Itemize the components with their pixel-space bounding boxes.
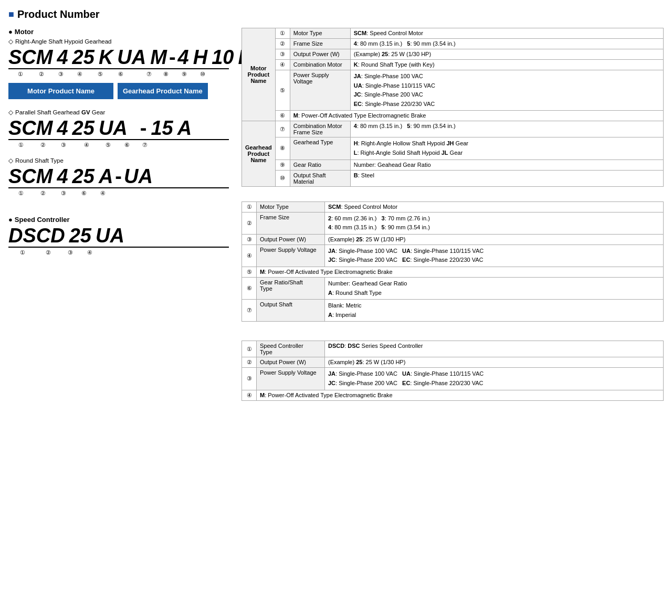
table-row: ② Frame Size 2: 60 mm (2.36 in.) 3: 70 m… (242, 212, 664, 234)
idx2-2: ② (34, 142, 52, 148)
diamond-header-3: ◇ Round Shaft Type (8, 157, 229, 164)
idx-s-2: ② (37, 249, 60, 256)
idx3-1: ① (8, 190, 34, 197)
table-row: ④ Combination Motor K: Round Shaft Type … (242, 60, 664, 70)
idx-1-4: ④ (71, 71, 88, 78)
table-row: MotorProductName ① Motor Type SCM: Speed… (242, 28, 664, 39)
val-gearhead-type: H: Right-Angle Hollow Shaft Hypoid JH Ge… (350, 137, 663, 160)
idx-t1-3: ③ (275, 49, 290, 60)
subsection-parallel: ◇ Parallel Shaft Gearhead GV Gear SCM 4 … (8, 109, 229, 148)
label-t2-frame-size: Frame Size (257, 212, 325, 234)
pn-char-h: H (193, 47, 207, 67)
table-2: ① Motor Type SCM: Speed Control Motor ② … (242, 201, 664, 322)
idx-t1-9: ⑨ (275, 160, 290, 170)
val-t3-power-supply: JA: Single-Phase 100 VAC UA: Single-Phas… (325, 368, 664, 390)
val-t2-power-supply: JA: Single-Phase 100 VAC UA: Single-Phas… (325, 245, 664, 267)
table-1: MotorProductName ① Motor Type SCM: Speed… (242, 28, 664, 187)
gearhead-product-name-label: Gearhead Product Name (118, 83, 208, 99)
speed-controller-section: ● Speed Controller DSCD 25 UA ① ② ③ ④ (8, 216, 229, 256)
title-square-icon: ■ (8, 9, 14, 20)
pn-speed-25: 25 (69, 226, 91, 246)
table-row: ⑥ M: Power-Off Activated Type Electromag… (242, 111, 664, 121)
idx-t2-5: ⑤ (242, 267, 257, 277)
pn3-a: A (99, 166, 113, 186)
val-t2-gear-ratio: Number: Gearhead Gear Ratio A: Round Sha… (325, 277, 664, 299)
pn-speed-ua: UA (96, 226, 124, 246)
val-t2-output-shaft: Blank: Metric A: Imperial (325, 300, 664, 322)
pn-char-k: K (99, 47, 113, 67)
pn-char-dash1: - (169, 47, 176, 67)
idx-s-1: ① (8, 249, 37, 256)
pn-char-scm: SCM (8, 47, 52, 67)
motor-bullet-label: Motor (15, 28, 34, 36)
idx-1-7: ⑦ (141, 71, 158, 78)
pn-char-m: M (150, 47, 167, 67)
table-row: ④ Power Supply Voltage JA: Single-Phase … (242, 245, 664, 267)
label-t2-motor-type: Motor Type (257, 201, 325, 212)
val-combo-motor: K: Round Shaft Type (with Key) (350, 60, 663, 70)
pn2-25: 25 (72, 118, 94, 138)
pn2-dash: - (140, 118, 147, 138)
val-motor-type: SCM: Speed Control Motor (350, 28, 663, 39)
idx-1-9: ⑨ (174, 71, 194, 78)
val-t2-brake: M: Power-Off Activated Type Electromagne… (257, 267, 664, 277)
idx-1-3: ③ (50, 71, 71, 78)
val-t2-motor-type: SCM: Speed Control Motor (325, 201, 664, 212)
idx-t1-1: ① (275, 28, 290, 39)
label-gearhead-type: Gearhead Type (290, 137, 350, 160)
val-t3-sc-type: DSCD: DSC Series Speed Controller (325, 341, 664, 357)
pn-char-4b: 4 (178, 47, 189, 67)
label-output-power-1: Output Power (W) (290, 49, 350, 60)
val-t2-output-power: (Example) 25: 25 W (1/30 HP) (325, 234, 664, 245)
bullet-icon: ● (8, 28, 13, 36)
label-motor-type: Motor Type (290, 28, 350, 39)
idx2-6: ⑥ (118, 142, 136, 148)
motor-bullet-header: ● Motor (8, 28, 229, 36)
label-output-shaft-mat: Output Shaft Material (290, 170, 350, 186)
idx-row-speed: ① ② ③ ④ (8, 249, 229, 256)
diamond-icon-3: ◇ (8, 157, 13, 164)
table-row: ① Motor Type SCM: Speed Control Motor (242, 201, 664, 212)
pn3-4: 4 (57, 166, 68, 186)
idx-row-1: ① ② ③ ④ ⑤ ⑥ ⑦ ⑧ ⑨ ⑩ (8, 71, 229, 78)
label-combo-frame: Combination MotorFrame Size (290, 121, 350, 137)
table-row: ① Speed ControllerType DSCD: DSC Series … (242, 341, 664, 357)
idx-t1-8: ⑧ (275, 137, 290, 160)
val-power-supply-1: JA: Single-Phase 100 VAC UA: Single-Phas… (350, 70, 663, 111)
val-t2-frame-size: 2: 60 mm (2.36 in.) 3: 70 mm (2.76 in.) … (325, 212, 664, 234)
idx-1-1: ① (8, 71, 33, 78)
left-panel: ● Motor ◇ Right-Angle Shaft Hypoid Gearh… (8, 28, 229, 401)
label-t3-output-power: Output Power (W) (257, 357, 325, 368)
idx-t2-2: ② (242, 212, 257, 234)
label-t3-power-supply: Power Supply Voltage (257, 368, 325, 390)
name-labels: Motor Product Name Gearhead Product Name (8, 83, 229, 99)
diamond-label-3: Round Shaft Type (15, 157, 64, 164)
idx-t1-7: ⑦ (275, 121, 290, 137)
idx-t3-1: ① (242, 341, 257, 357)
idx-t1-10: ⑩ (275, 170, 290, 186)
idx3-3: ③ (52, 190, 75, 197)
idx-t2-1: ① (242, 201, 257, 212)
idx2-4: ④ (75, 142, 99, 148)
val-frame-size-1: 4: 80 mm (3.15 in.) 5: 90 mm (3.54 in.) (350, 39, 663, 49)
idx2-7: ⑦ (136, 142, 153, 148)
right-panel: MotorProductName ① Motor Type SCM: Speed… (242, 28, 664, 401)
idx3-6: ⑥ (75, 190, 93, 197)
speed-bullet-label: Speed Controller (15, 216, 70, 224)
subsection-round: ◇ Round Shaft Type SCM 4 25 A - UA ① ② ③… (8, 157, 229, 197)
idx-s-3: ③ (60, 249, 81, 256)
pn-row-1: SCM 4 25 K UA M - 4 H 10 B (8, 47, 229, 69)
pn2-15: 15 (151, 118, 173, 138)
idx-1-10: ⑩ (194, 71, 211, 78)
group-gearhead: GearheadProductName (242, 121, 276, 186)
idx3-2: ② (34, 190, 52, 197)
idx-1-5: ⑤ (88, 71, 112, 78)
idx-t2-3: ③ (242, 234, 257, 245)
idx-t2-4: ④ (242, 245, 257, 267)
table-row: ② Output Power (W) (Example) 25: 25 W (1… (242, 357, 664, 368)
idx-row-2: ① ② ③ ④ ⑤ ⑥ ⑦ (8, 142, 229, 148)
pn-row-speed: DSCD 25 UA (8, 226, 229, 248)
label-combo-motor: Combination Motor (290, 60, 350, 70)
speed-bullet-icon: ● (8, 216, 13, 224)
idx-t2-7: ⑦ (242, 300, 257, 322)
